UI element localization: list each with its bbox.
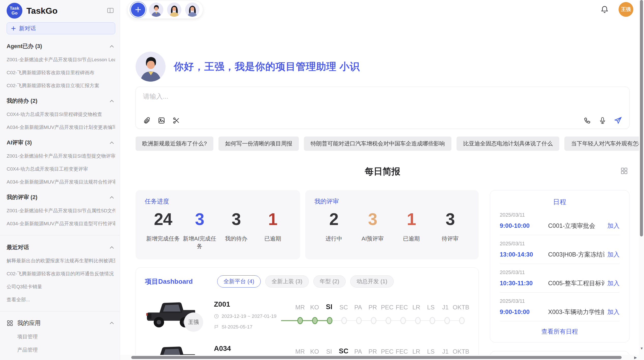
sidebar-task-item[interactable]: A034-全新新能源MUV产品开发项目计划变更表编写: [7, 124, 115, 131]
schedule-join-button[interactable]: 加入: [607, 222, 620, 230]
sidebar-section-header[interactable]: 我的评审 (2): [7, 193, 115, 201]
notifications-button[interactable]: [600, 5, 609, 14]
schedule-item-date: 2025/03/11: [500, 212, 620, 218]
project-filter-tab[interactable]: 全新上装 (3): [265, 275, 309, 288]
add-assistant-button[interactable]: [131, 3, 145, 17]
stat-label: AI预评审: [353, 235, 392, 243]
horizontal-scrollbar[interactable]: ▶: [120, 355, 639, 360]
milestone-dot: [430, 317, 435, 324]
chat-input-card[interactable]: [136, 87, 630, 129]
app-title: TaskGo: [26, 6, 106, 16]
milestone-label-cell: OKTB: [453, 348, 469, 355]
project-name: Z001: [214, 300, 290, 308]
milestone-label: PR: [369, 348, 377, 355]
flag-icon: [214, 324, 219, 329]
project-filter-tab[interactable]: 动总开发 (1): [350, 275, 394, 288]
milestone-label: SC: [339, 347, 348, 355]
chevron-up-icon: [110, 322, 114, 326]
project-row[interactable]: 王强 Z001 2023-12-19 ~ 2027-01-19 SI-2025-…: [145, 298, 469, 332]
main-area: 王强 你好，王强，我是你的项目管理助理 小识: [120, 0, 639, 360]
recent-chats-view-all[interactable]: 查看全部...: [7, 296, 115, 303]
scroll-right-arrow-icon[interactable]: ▶: [634, 355, 637, 359]
attach-button[interactable]: [143, 117, 151, 124]
schedule-join-button[interactable]: 加入: [607, 279, 620, 287]
sidebar-task-item[interactable]: Z001-全新燃油轻卡产品开发项目SI节点属性5D文件评审: [7, 207, 115, 214]
milestone-dot: [327, 317, 332, 324]
horizontal-scrollbar-thumb[interactable]: [131, 356, 622, 359]
suggestion-chip[interactable]: 比亚迪全固态电池计划具体说了什么: [457, 137, 559, 151]
milestone-label: SI: [326, 303, 332, 311]
project-filter-tab[interactable]: 年型 (2): [313, 275, 346, 288]
sidebar-task-item[interactable]: A034-全新新能源MUV产品开发项目法规符合性评审: [7, 179, 115, 185]
milestone-label-cell: FEC: [394, 304, 409, 311]
voice-call-button[interactable]: [583, 117, 591, 124]
scroll-down-arrow-icon[interactable]: ▼: [640, 346, 643, 350]
image-upload-button[interactable]: [158, 117, 165, 124]
voice-input-button[interactable]: [599, 117, 606, 124]
screenshot-button[interactable]: [172, 117, 180, 124]
schedule-item: 2025/03/1110:30-11:30C005-整车工程目标评审加入: [500, 269, 620, 293]
briefing-layout-button[interactable]: [620, 167, 628, 175]
send-button[interactable]: [614, 116, 622, 125]
app-grid-icon: [7, 320, 13, 326]
sidebar-task-item[interactable]: A034-全新新能源MUV产品开发项目造型可行性评审: [7, 220, 115, 227]
milestone-dot: [386, 317, 391, 324]
vertical-scrollbar-thumb[interactable]: [640, 0, 643, 236]
milestone-dot: [312, 317, 318, 324]
milestone-label: LR: [412, 304, 420, 311]
recent-chat-item[interactable]: 解释最新出台的欧盟报废车法规再生塑料比例被调至15%...: [7, 258, 115, 264]
suggestion-chip[interactable]: 欧洲新规最近颁布了什么?: [136, 137, 213, 151]
assistant-avatar[interactable]: [149, 3, 163, 17]
milestone-label-cell: LS: [423, 304, 438, 311]
header-actions: 王强: [600, 2, 633, 17]
schedule-join-button[interactable]: 加入: [607, 250, 620, 259]
assistant-avatar[interactable]: [167, 3, 181, 17]
sidebar-section-header[interactable]: AI评审 (3): [7, 139, 115, 146]
schedule-join-button[interactable]: 加入: [607, 308, 620, 316]
milestone-label-cell: KO: [307, 348, 322, 355]
user-name: 王强: [621, 6, 631, 13]
sidebar-section-header[interactable]: Agent已办 (3): [7, 42, 115, 50]
my-app-item[interactable]: 项目管理: [17, 333, 115, 340]
briefing-stat-card: 任务进度24新增完成任务3新增AI完成任务3我的待办1已逾期: [136, 190, 300, 259]
milestone-label: MR: [295, 304, 305, 311]
project-filter-tab[interactable]: 全新平台 (4): [217, 275, 261, 288]
chat-input[interactable]: [143, 93, 430, 100]
milestone-labels: MRKOSISCPAPRPECFECLRLSJ1OKTB: [293, 303, 469, 311]
view-all-schedule-link[interactable]: 查看所有日程: [541, 327, 578, 336]
user-avatar[interactable]: 王强: [619, 2, 633, 17]
sidebar-task-item[interactable]: C02-飞腾新能源轻客改款项目里程碑画布: [7, 69, 115, 76]
sidebar-task-item[interactable]: C0X4-动力总成开发项目工程变更评审: [7, 166, 115, 172]
sidebar-item-my-apps[interactable]: 我的应用: [7, 319, 115, 327]
milestone-label-cell: PR: [365, 348, 380, 355]
sidebar-task-item[interactable]: Z001-全新燃油轻卡产品开发项目SI造型提交物评审: [7, 153, 115, 159]
sidebar-task-item[interactable]: C02-飞腾新能源轻客改款项目立项汇报方案: [7, 82, 115, 89]
new-chat-label: 新对话: [19, 25, 36, 32]
my-app-item[interactable]: 产品管理: [17, 347, 115, 353]
milestone-label: KO: [310, 304, 319, 311]
suggestion-chip[interactable]: 特朗普可能对进口汽车增税会对中国车企造成哪些影响: [304, 137, 451, 151]
vertical-scrollbar[interactable]: ▼: [639, 0, 644, 360]
toolbar-right-icons: [583, 116, 622, 125]
sidebar-collapse-button[interactable]: [106, 6, 115, 16]
stat-value: 2: [314, 209, 353, 229]
assistant-avatar[interactable]: [185, 3, 199, 17]
sidebar-task-item[interactable]: C0X4-动力总成开发项目SI里程碑提交物检查: [7, 111, 115, 118]
project-owner-avatar: 王强: [184, 312, 203, 332]
sidebar-section-title: 我的评审 (2): [7, 193, 110, 201]
suggestion-chip[interactable]: 如何写一份清晰的项目周报: [218, 137, 299, 151]
milestone-label: FEC: [396, 304, 408, 311]
new-chat-button[interactable]: 新对话: [7, 22, 115, 34]
suggestion-chip[interactable]: 当下年轻人对汽车外观有怎样的喜好趋势: [564, 137, 644, 151]
sidebar-task-item[interactable]: Z001-全新燃油皮卡产品开发项目SI节点Lesson Learn报告: [7, 56, 115, 63]
recent-chat-item[interactable]: 公司Q3轻卡销量: [7, 283, 115, 290]
sidebar-section-header[interactable]: 我的待办 (2): [7, 97, 115, 105]
phone-icon: [583, 117, 591, 124]
sidebar-section-header-recent[interactable]: 最近对话: [7, 244, 115, 251]
schedule-item-row: 10:30-11:30C005-整车工程目标评审加入: [500, 279, 620, 287]
recent-chat-item[interactable]: C02-飞腾新能源轻客改款项目的闭环通告反馈情况: [7, 271, 115, 277]
stat-value: 3: [181, 209, 218, 229]
milestone-label-cell: LR: [409, 348, 423, 355]
avatar-man-illustration: [149, 3, 163, 17]
project-date-range: 2023-12-19 ~ 2027-01-19: [222, 313, 276, 319]
